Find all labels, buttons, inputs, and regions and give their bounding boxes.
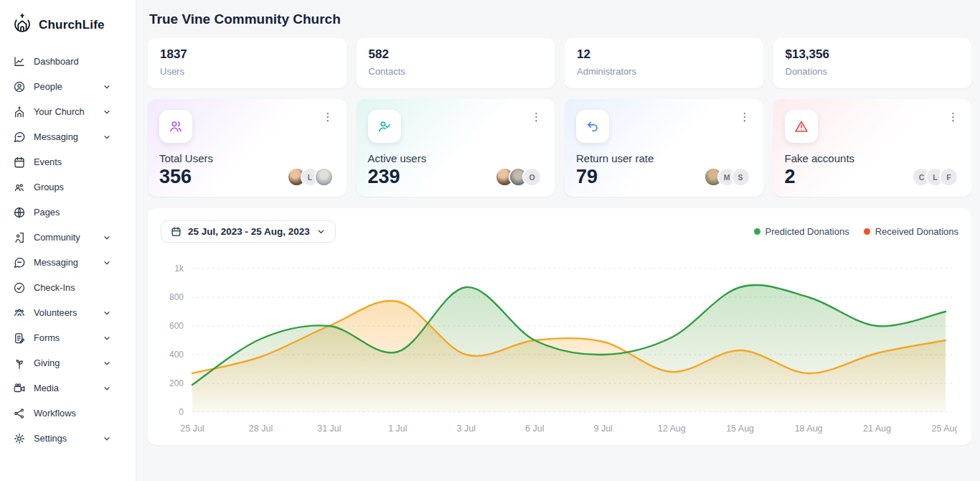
metric-label: Total Users [159,152,335,164]
sidebar-item-messaging[interactable]: Messaging [0,124,136,149]
sidebar-item-groups[interactable]: Groups [0,174,136,200]
avatar-stack: O [501,167,543,187]
svg-text:28 Jul: 28 Jul [249,424,273,434]
sidebar-item-label: Forms [34,332,95,343]
svg-text:400: 400 [169,350,184,360]
svg-text:1 Jul: 1 Jul [388,424,407,434]
svg-text:25 Jul: 25 Jul [180,424,204,434]
chat-bubble-icon [12,131,26,144]
gear-icon [12,432,26,445]
svg-text:9 Jul: 9 Jul [593,424,612,434]
stat-label: Administrators [577,66,751,77]
calendar-icon [12,156,26,169]
svg-text:800: 800 [169,292,184,302]
sidebar-item-events[interactable]: Events [0,149,136,174]
avatar [314,167,334,187]
legend-label: Received Donations [875,226,958,237]
sidebar-nav: Dashboard People Your Church Messaging E… [0,49,136,451]
donations-chart-card: 25 Jul, 2023 - 25 Aug, 2023 Predicted Do… [148,208,971,445]
metrics-row: ⋮ Total Users 356 L ⋮ Active users 239 O… [148,99,971,197]
chat-bubble-icon [12,256,26,269]
stat-value: 12 [577,47,751,62]
sidebar-item-pages[interactable]: Pages [0,200,136,225]
chevron-down-icon [103,83,111,91]
sidebar-item-volunteers[interactable]: Volunteers [0,300,136,325]
svg-text:6 Jul: 6 Jul [525,424,544,434]
stat-value: 1837 [160,47,334,62]
metric-label: Return user rate [576,152,752,164]
metric-card-return-user-rate: ⋮ Return user rate 79 MS [565,99,763,197]
sidebar-item-check-ins[interactable]: Check-Ins [0,275,136,300]
chevron-down-icon [103,359,111,368]
sidebar-item-label: Groups [34,182,124,192]
dashboard-chart-icon [12,55,26,68]
svg-text:0: 0 [179,407,184,417]
svg-text:200: 200 [169,378,184,388]
sidebar-item-label: Giving [34,358,95,368]
svg-text:21 Aug: 21 Aug [863,424,891,434]
svg-text:600: 600 [169,321,184,331]
users-icon [159,110,192,143]
sidebar-item-workflows[interactable]: Workflows [0,401,136,426]
avatar: S [731,167,750,187]
metric-card-fake-accounts: ⋮ Fake accounts 2 CLF [773,99,972,197]
forms-icon [12,332,26,345]
brand-name: ChurchLife [39,18,105,32]
avatar-stack: MS [710,167,752,187]
svg-text:15 Aug: 15 Aug [726,424,754,434]
sidebar-item-label: Volunteers [34,307,95,318]
main-content: True Vine Community Church 1837 Users 58… [136,0,980,481]
metric-value: 239 [368,166,400,188]
sidebar-item-label: Messaging [34,257,95,268]
metric-card-menu-button[interactable]: ⋮ [942,108,964,125]
chevron-down-icon [103,133,111,141]
stat-card-administrators: 12 Administrators [565,38,763,88]
stat-label: Contacts [369,66,543,77]
stat-card-donations: $13,356 Donations [773,38,972,88]
sidebar-item-media[interactable]: Media [0,375,136,401]
sidebar-item-label: Your Church [34,106,95,117]
sidebar-item-label: Messaging [34,131,95,142]
sidebar-item-label: Dashboard [34,56,124,67]
metric-card-total-users: ⋮ Total Users 356 L [148,99,347,197]
globe-icon [12,206,26,219]
metric-card-menu-button[interactable]: ⋮ [525,108,547,125]
sidebar-item-label: Workflows [34,408,124,419]
legend-label: Predicted Donations [765,226,849,237]
svg-text:1k: 1k [174,263,184,274]
svg-text:25 Aug: 25 Aug [932,424,957,434]
metric-label: Active users [368,152,544,164]
sidebar-item-people[interactable]: People [0,74,136,99]
groups-icon [12,181,26,194]
sidebar-item-label: Community [34,232,95,243]
sidebar-item-settings[interactable]: Settings [0,426,136,451]
sidebar-item-dashboard[interactable]: Dashboard [0,49,136,74]
sidebar-item-label: Check-Ins [34,282,124,293]
donations-area-chart: 02004006008001k25 Jul28 Jul31 Jul1 Jul3 … [161,260,957,439]
metric-value: 356 [159,166,192,188]
avatar-stack: CLF [918,167,960,187]
date-range-picker[interactable]: 25 Jul, 2023 - 25 Aug, 2023 [161,220,336,243]
sidebar-item-community[interactable]: Community [0,225,136,250]
calendar-icon [171,226,182,237]
sidebar-item-label: People [34,81,95,92]
metric-card-menu-button[interactable]: ⋮ [317,108,339,125]
chevron-down-icon [103,108,111,116]
sidebar-item-your-church[interactable]: Your Church [0,99,136,124]
sidebar-item-label: Pages [34,207,124,218]
sidebar-item-forms[interactable]: Forms [0,325,136,350]
legend-dot [754,228,760,235]
stat-label: Users [160,66,334,77]
person-circle-icon [12,80,26,93]
sidebar-item-messaging[interactable]: Messaging [0,250,136,275]
brand-logo[interactable]: ChurchLife [0,9,136,49]
return-arrow-icon [576,110,609,143]
app-root: ChurchLife Dashboard People Your Church … [0,0,980,481]
chevron-down-icon [103,309,111,317]
stat-value: 582 [369,47,543,62]
metric-card-menu-button[interactable]: ⋮ [734,108,756,125]
community-door-icon [12,231,26,244]
sidebar-item-giving[interactable]: Giving [0,350,136,375]
svg-text:3 Jul: 3 Jul [457,424,476,434]
legend-item-predicted-donations: Predicted Donations [754,226,849,237]
